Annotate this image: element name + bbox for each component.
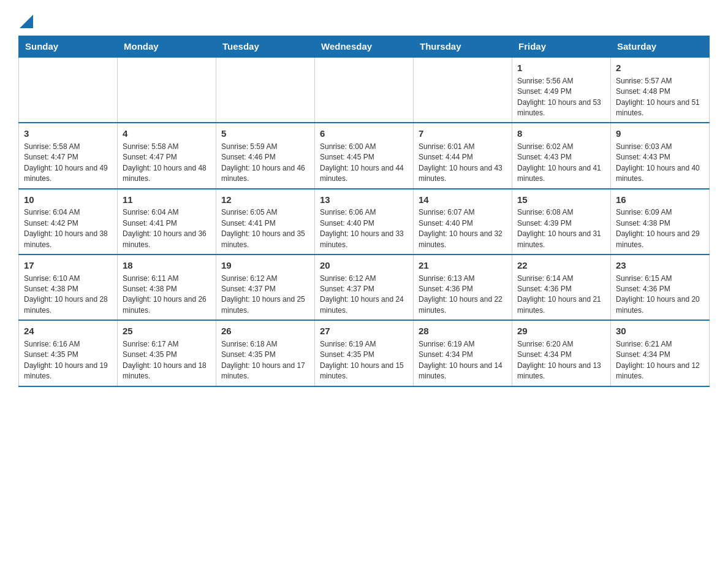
calendar-table: SundayMondayTuesdayWednesdayThursdayFrid… [18,36,710,387]
day-number: 17 [24,259,112,272]
calendar-cell: 20Sunrise: 6:12 AMSunset: 4:37 PMDayligh… [315,255,414,320]
calendar-week-row: 24Sunrise: 6:16 AMSunset: 4:35 PMDayligh… [19,320,710,386]
day-number: 24 [24,324,112,338]
calendar-cell: 18Sunrise: 6:11 AMSunset: 4:38 PMDayligh… [118,255,216,320]
day-number: 29 [517,324,605,338]
day-info: Sunrise: 6:05 AMSunset: 4:41 PMDaylight:… [221,207,309,250]
day-number: 28 [419,324,507,338]
calendar-cell: 9Sunrise: 6:03 AMSunset: 4:43 PMDaylight… [611,123,710,188]
calendar-week-row: 3Sunrise: 5:58 AMSunset: 4:47 PMDaylight… [19,123,710,188]
calendar-header-friday: Friday [512,36,611,58]
day-info: Sunrise: 6:08 AMSunset: 4:39 PMDaylight:… [517,207,605,250]
day-info: Sunrise: 6:11 AMSunset: 4:38 PMDaylight:… [123,274,211,316]
day-info: Sunrise: 6:06 AMSunset: 4:40 PMDaylight:… [320,207,408,250]
day-number: 23 [616,259,704,272]
day-number: 9 [616,127,704,140]
day-info: Sunrise: 6:01 AMSunset: 4:44 PMDaylight:… [419,142,507,185]
calendar-cell: 4Sunrise: 5:58 AMSunset: 4:47 PMDaylight… [118,123,216,188]
calendar-cell: 13Sunrise: 6:06 AMSunset: 4:40 PMDayligh… [315,189,414,255]
day-info: Sunrise: 6:00 AMSunset: 4:45 PMDaylight:… [320,142,408,185]
calendar-cell: 16Sunrise: 6:09 AMSunset: 4:38 PMDayligh… [611,189,710,255]
day-info: Sunrise: 6:19 AMSunset: 4:34 PMDaylight:… [419,339,507,382]
day-info: Sunrise: 6:04 AMSunset: 4:42 PMDaylight:… [24,207,112,250]
day-number: 5 [221,127,309,140]
calendar-week-row: 1Sunrise: 5:56 AMSunset: 4:49 PMDaylight… [19,57,710,123]
calendar-header-row: SundayMondayTuesdayWednesdayThursdayFrid… [19,36,710,58]
calendar-cell: 8Sunrise: 6:02 AMSunset: 4:43 PMDaylight… [512,123,611,188]
day-number: 12 [221,193,309,207]
day-info: Sunrise: 6:20 AMSunset: 4:34 PMDaylight:… [517,339,605,382]
day-info: Sunrise: 6:09 AMSunset: 4:38 PMDaylight:… [616,207,704,250]
day-info: Sunrise: 5:58 AMSunset: 4:47 PMDaylight:… [123,142,211,185]
day-number: 1 [517,61,605,75]
day-number: 13 [320,193,408,207]
calendar-cell: 15Sunrise: 6:08 AMSunset: 4:39 PMDayligh… [512,189,611,255]
calendar-cell: 28Sunrise: 6:19 AMSunset: 4:34 PMDayligh… [414,320,512,386]
calendar-cell: 11Sunrise: 6:04 AMSunset: 4:41 PMDayligh… [118,189,216,255]
calendar-cell: 29Sunrise: 6:20 AMSunset: 4:34 PMDayligh… [512,320,611,386]
day-info: Sunrise: 6:02 AMSunset: 4:43 PMDaylight:… [517,142,605,185]
calendar-cell [315,57,414,123]
calendar-header-sunday: Sunday [19,36,118,58]
day-info: Sunrise: 6:12 AMSunset: 4:37 PMDaylight:… [320,274,408,316]
calendar-cell [414,57,512,123]
calendar-header-wednesday: Wednesday [315,36,414,58]
day-info: Sunrise: 6:04 AMSunset: 4:41 PMDaylight:… [123,207,211,250]
day-info: Sunrise: 5:57 AMSunset: 4:48 PMDaylight:… [616,76,704,119]
day-info: Sunrise: 6:14 AMSunset: 4:36 PMDaylight:… [517,274,605,316]
day-number: 4 [123,127,211,140]
day-number: 7 [419,127,507,140]
day-number: 21 [419,259,507,272]
day-number: 16 [616,193,704,207]
calendar-cell: 30Sunrise: 6:21 AMSunset: 4:34 PMDayligh… [611,320,710,386]
calendar-cell: 19Sunrise: 6:12 AMSunset: 4:37 PMDayligh… [216,255,315,320]
day-number: 22 [517,259,605,272]
day-number: 27 [320,324,408,338]
day-number: 19 [221,259,309,272]
day-number: 26 [221,324,309,338]
calendar-cell [118,57,216,123]
calendar-week-row: 17Sunrise: 6:10 AMSunset: 4:38 PMDayligh… [19,255,710,320]
calendar-cell: 1Sunrise: 5:56 AMSunset: 4:49 PMDaylight… [512,57,611,123]
calendar-cell: 17Sunrise: 6:10 AMSunset: 4:38 PMDayligh… [19,255,118,320]
calendar-cell: 5Sunrise: 5:59 AMSunset: 4:46 PMDaylight… [216,123,315,188]
calendar-header-monday: Monday [118,36,216,58]
day-number: 20 [320,259,408,272]
calendar-cell: 25Sunrise: 6:17 AMSunset: 4:35 PMDayligh… [118,320,216,386]
day-info: Sunrise: 6:03 AMSunset: 4:43 PMDaylight:… [616,142,704,185]
calendar-header-saturday: Saturday [611,36,710,58]
day-number: 2 [616,61,704,75]
day-number: 8 [517,127,605,140]
calendar-cell: 14Sunrise: 6:07 AMSunset: 4:40 PMDayligh… [414,189,512,255]
calendar-cell: 22Sunrise: 6:14 AMSunset: 4:36 PMDayligh… [512,255,611,320]
calendar-cell: 3Sunrise: 5:58 AMSunset: 4:47 PMDaylight… [19,123,118,188]
day-number: 15 [517,193,605,207]
day-number: 6 [320,127,408,140]
day-info: Sunrise: 5:59 AMSunset: 4:46 PMDaylight:… [221,142,309,185]
calendar-header-tuesday: Tuesday [216,36,315,58]
calendar-cell: 7Sunrise: 6:01 AMSunset: 4:44 PMDaylight… [414,123,512,188]
day-info: Sunrise: 6:07 AMSunset: 4:40 PMDaylight:… [419,207,507,250]
page-header [18,12,710,25]
day-info: Sunrise: 6:13 AMSunset: 4:36 PMDaylight:… [419,274,507,316]
day-info: Sunrise: 6:10 AMSunset: 4:38 PMDaylight:… [24,274,112,316]
calendar-cell: 21Sunrise: 6:13 AMSunset: 4:36 PMDayligh… [414,255,512,320]
day-number: 10 [24,193,112,207]
day-number: 25 [123,324,211,338]
day-info: Sunrise: 6:12 AMSunset: 4:37 PMDaylight:… [221,274,309,316]
day-info: Sunrise: 6:19 AMSunset: 4:35 PMDaylight:… [320,339,408,382]
calendar-cell: 6Sunrise: 6:00 AMSunset: 4:45 PMDaylight… [315,123,414,188]
calendar-cell [216,57,315,123]
calendar-cell: 27Sunrise: 6:19 AMSunset: 4:35 PMDayligh… [315,320,414,386]
logo [18,18,33,25]
day-info: Sunrise: 6:15 AMSunset: 4:36 PMDaylight:… [616,274,704,316]
day-info: Sunrise: 5:56 AMSunset: 4:49 PMDaylight:… [517,76,605,119]
logo-triangle-icon [20,15,33,28]
day-info: Sunrise: 6:17 AMSunset: 4:35 PMDaylight:… [123,339,211,382]
calendar-cell [19,57,118,123]
calendar-cell: 24Sunrise: 6:16 AMSunset: 4:35 PMDayligh… [19,320,118,386]
calendar-cell: 26Sunrise: 6:18 AMSunset: 4:35 PMDayligh… [216,320,315,386]
day-info: Sunrise: 6:16 AMSunset: 4:35 PMDaylight:… [24,339,112,382]
svg-marker-0 [20,15,33,28]
day-number: 14 [419,193,507,207]
